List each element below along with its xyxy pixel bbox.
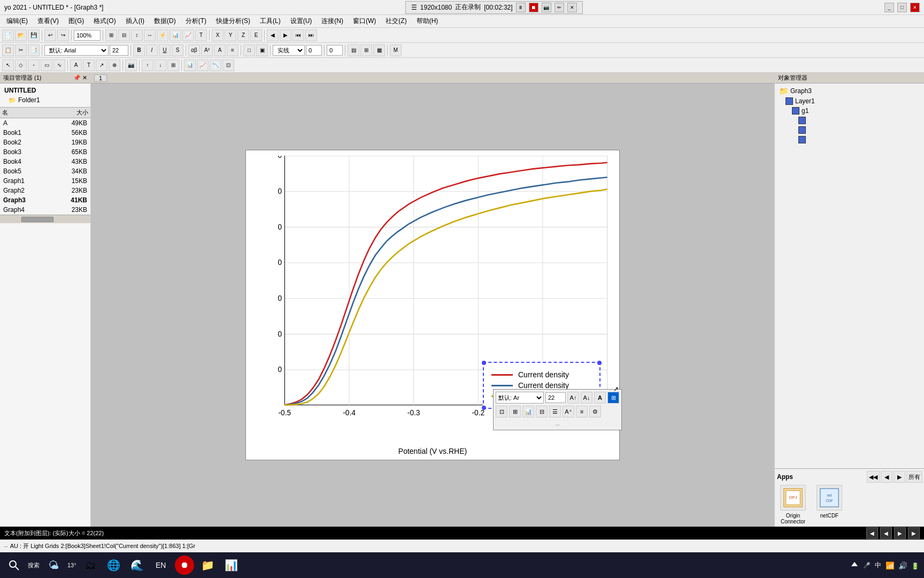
menu-item-view[interactable]: 查看(V): [33, 16, 63, 27]
draw-4[interactable]: ▭: [41, 59, 52, 71]
tf-aplus[interactable]: A⁺: [563, 406, 574, 417]
tb-btn-7[interactable]: 📈: [182, 29, 194, 41]
menu-item-tools[interactable]: 工具(L): [256, 16, 285, 27]
tb-btn-9[interactable]: X: [212, 29, 224, 41]
apps-prev-prev-btn[interactable]: ◀◀: [867, 471, 880, 483]
camera-btn[interactable]: 📷: [542, 3, 551, 12]
menu-item-data[interactable]: 数据(D): [150, 16, 180, 27]
tb-btn-4[interactable]: ↔: [144, 29, 156, 41]
folder1[interactable]: Folder1: [2, 95, 88, 105]
menu-item-window[interactable]: 窗口(W): [349, 16, 380, 27]
draw-7[interactable]: T: [83, 59, 95, 71]
draw-6[interactable]: A: [70, 59, 82, 71]
g1-item2-checkbox[interactable]: [798, 126, 806, 134]
app-origin-connector[interactable]: OPJ Origin Connector: [777, 485, 809, 524]
layer1-checkbox[interactable]: [786, 97, 793, 105]
origin-taskbar-icon[interactable]: 📊: [222, 556, 241, 575]
volume-icon[interactable]: 🔊: [898, 561, 907, 569]
g1-item1-checkbox[interactable]: [798, 117, 806, 124]
edge-icon[interactable]: 🌊: [128, 556, 147, 575]
draw-17[interactable]: ⊡: [222, 59, 234, 71]
tf-smaller-btn[interactable]: A↓: [581, 392, 592, 404]
format-border[interactable]: □: [243, 44, 255, 56]
menu-item-quick[interactable]: 快捷分析(S): [212, 16, 255, 27]
tf-box3[interactable]: ⊟: [536, 406, 548, 417]
wifi-icon[interactable]: 📶: [886, 561, 894, 569]
undo-btn[interactable]: ↩: [44, 29, 56, 41]
draw-2[interactable]: ◇: [15, 59, 27, 71]
lang-icon[interactable]: EN: [151, 556, 171, 575]
file-book2[interactable]: Book219KB: [0, 138, 90, 147]
draw-5[interactable]: ∿: [53, 59, 65, 71]
search-taskbar-icon[interactable]: [4, 556, 24, 575]
tf-box4[interactable]: ☰: [549, 406, 561, 417]
file-book3[interactable]: Book365KB: [0, 147, 90, 157]
tb-btn-2[interactable]: ⊟: [118, 29, 130, 41]
tb-btn-8[interactable]: T: [195, 29, 207, 41]
obj-layer1[interactable]: Layer1: [777, 96, 922, 106]
tb-btn-16[interactable]: ⏭: [305, 29, 317, 41]
tb-btn-14[interactable]: ▶: [280, 29, 291, 41]
tf-box1[interactable]: ⊡: [496, 406, 507, 417]
menu-item-analysis[interactable]: 分析(T): [181, 16, 211, 27]
draw-10[interactable]: 📷: [125, 59, 137, 71]
proj-pin-icon[interactable]: 📌: [73, 74, 81, 81]
tf-box2[interactable]: ⊞: [509, 406, 521, 417]
hatch-btn[interactable]: ▤: [348, 44, 359, 56]
obj-graph3[interactable]: 📁 Graph3: [777, 86, 922, 96]
battery-icon[interactable]: 🔋: [911, 561, 920, 569]
tf-size-input[interactable]: [545, 392, 566, 403]
tb-btn-6[interactable]: 📊: [170, 29, 181, 41]
draw-15[interactable]: 📈: [197, 59, 209, 71]
status-btn-4[interactable]: ▶: [908, 527, 920, 539]
project-root[interactable]: UNTITLED: [2, 86, 88, 95]
tf-larger-btn[interactable]: A↑: [567, 392, 579, 404]
tf-gear[interactable]: ⚙: [589, 406, 601, 417]
pause-btn[interactable]: ⏸: [516, 3, 526, 12]
draw-11[interactable]: ↑: [142, 59, 153, 71]
menu-item-graph[interactable]: 图(G): [64, 16, 88, 27]
underline-btn[interactable]: U: [159, 44, 171, 56]
line-width[interactable]: [306, 45, 322, 56]
zoom-input[interactable]: [74, 30, 101, 41]
app-netcdf[interactable]: net CDF netCDF: [813, 485, 845, 524]
g1-checkbox[interactable]: [792, 107, 799, 115]
new-btn[interactable]: 📄: [2, 29, 14, 41]
status-btn-2[interactable]: ◀: [880, 527, 892, 539]
tf-list[interactable]: ≡: [576, 406, 588, 417]
draw-1[interactable]: ↖: [2, 59, 14, 71]
font-size-input[interactable]: [110, 45, 128, 56]
format-align[interactable]: ≡: [227, 44, 238, 56]
format-fill[interactable]: ▣: [256, 44, 268, 56]
close-btn[interactable]: ✕: [910, 3, 920, 12]
proj-close-icon[interactable]: ✕: [82, 74, 87, 81]
tb-btn-5[interactable]: ⚡: [157, 29, 168, 41]
file-graph1[interactable]: Graph115KB: [0, 176, 90, 186]
up-arrow-icon[interactable]: [850, 561, 859, 569]
draw-12[interactable]: ↓: [155, 59, 166, 71]
menu-item-social[interactable]: 社交(Z): [381, 16, 411, 27]
menu-icon[interactable]: ☰: [411, 4, 417, 11]
draw-13[interactable]: ⊞: [167, 59, 179, 71]
menu-item-help[interactable]: 帮助(H): [412, 16, 443, 27]
bold-btn[interactable]: B: [133, 44, 145, 56]
open-btn[interactable]: 📂: [15, 29, 27, 41]
file-book1[interactable]: Book156KB: [0, 128, 90, 138]
italic-btn[interactable]: I: [146, 44, 158, 56]
tf-chart[interactable]: 📊: [522, 406, 534, 417]
tb-btn-11[interactable]: Z: [237, 29, 249, 41]
record-icon[interactable]: ⏺: [175, 556, 194, 575]
tf-grid-btn[interactable]: ⊞: [607, 392, 619, 404]
draw-3[interactable]: ◦: [28, 59, 40, 71]
minimize-btn[interactable]: _: [884, 3, 894, 12]
menu-item-settings[interactable]: 设置(U): [286, 16, 317, 27]
draw-8[interactable]: ↗: [96, 59, 107, 71]
format-tb-1[interactable]: 📋: [2, 44, 14, 56]
apps-next-btn[interactable]: ▶: [894, 471, 905, 483]
obj-g1-item3[interactable]: [777, 135, 922, 144]
weather-icon[interactable]: 🌤: [44, 556, 63, 575]
merge-btn[interactable]: M: [390, 44, 402, 56]
file-A[interactable]: A49KB: [0, 118, 90, 128]
tb-btn-1[interactable]: ⊞: [105, 29, 117, 41]
file-book4[interactable]: Book443KB: [0, 157, 90, 166]
